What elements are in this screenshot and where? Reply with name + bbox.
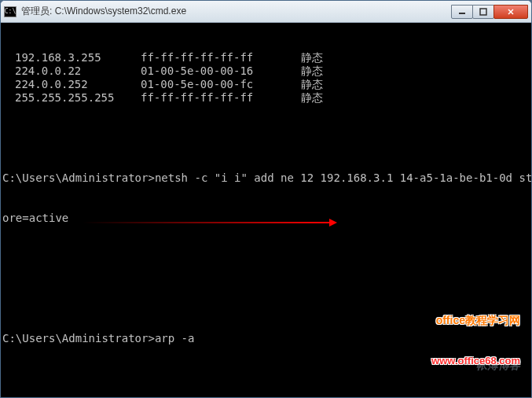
app-icon: C:\	[4, 6, 17, 17]
close-button[interactable]	[493, 5, 528, 19]
window-buttons	[452, 5, 528, 19]
annotation-arrow	[83, 222, 329, 223]
cell-ip: 192.168.3.255	[2, 51, 141, 64]
cell-mac: ff-ff-ff-ff-ff-ff	[141, 91, 301, 105]
cell-mac: 01-00-5e-00-00-16	[141, 64, 301, 78]
brand-line2: www.office68.com	[431, 354, 520, 367]
cmd-window: C:\ 管理员: C:\Windows\system32\cmd.exe 192…	[0, 0, 532, 398]
cell-type: 静态	[301, 78, 323, 91]
cell-type: 静态	[301, 91, 323, 105]
brand-line1: office教程学习网	[431, 314, 520, 327]
blank-line	[2, 252, 530, 265]
cell-type: 静态	[301, 64, 323, 78]
cell-mac: 01-00-5e-00-00-fc	[141, 78, 301, 91]
cmd-line-netsh: C:\Users\Administrator>netsh -c "i i" ad…	[2, 171, 530, 185]
table-row: 192.168.3.255ff-ff-ff-ff-ff-ff静态	[2, 51, 530, 64]
brand-overlay: office教程学习网 www.office68.com	[431, 287, 520, 394]
titlebar[interactable]: C:\ 管理员: C:\Windows\system32\cmd.exe	[1, 1, 531, 23]
svg-rect-1	[480, 9, 486, 15]
table-row: 255.255.255.255ff-ff-ff-ff-ff-ff静态	[2, 91, 530, 105]
table-row: 224.0.0.2201-00-5e-00-00-16静态	[2, 64, 530, 78]
maximize-button[interactable]	[472, 5, 494, 19]
terminal-area[interactable]: 192.168.3.255ff-ff-ff-ff-ff-ff静态224.0.0.…	[1, 23, 531, 398]
table-row: 224.0.0.25201-00-5e-00-00-fc静态	[2, 78, 530, 91]
cell-ip: 255.255.255.255	[2, 91, 141, 105]
arp-top-rows: 192.168.3.255ff-ff-ff-ff-ff-ff静态224.0.0.…	[2, 51, 530, 105]
blank-line	[2, 131, 530, 145]
window-title: 管理员: C:\Windows\system32\cmd.exe	[21, 5, 452, 18]
cell-type: 静态	[301, 51, 323, 64]
cell-mac: ff-ff-ff-ff-ff-ff	[141, 51, 301, 64]
cell-ip: 224.0.0.22	[2, 64, 141, 78]
minimize-button[interactable]	[451, 5, 473, 19]
cell-ip: 224.0.0.252	[2, 78, 141, 91]
